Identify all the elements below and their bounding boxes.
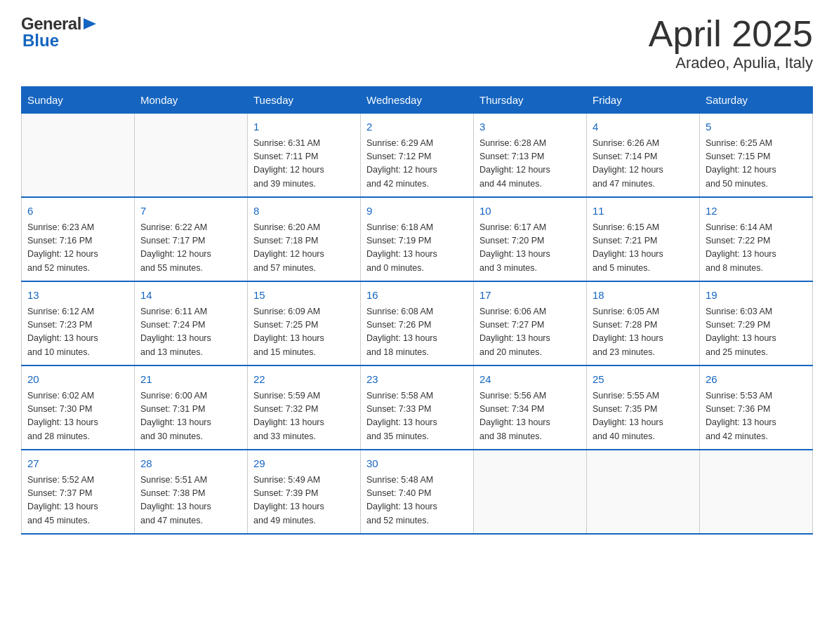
calendar-table: SundayMondayTuesdayWednesdayThursdayFrid… bbox=[21, 86, 813, 535]
calendar-day-cell bbox=[135, 114, 248, 198]
day-number: 23 bbox=[366, 372, 468, 388]
calendar-day-cell: 14Sunrise: 6:11 AM Sunset: 7:24 PM Dayli… bbox=[135, 281, 248, 365]
day-info: Sunrise: 6:15 AM Sunset: 7:21 PM Dayligh… bbox=[593, 221, 694, 276]
calendar-day-header: Sunday bbox=[22, 87, 135, 114]
day-info: Sunrise: 6:11 AM Sunset: 7:24 PM Dayligh… bbox=[140, 305, 241, 360]
calendar-header-row: SundayMondayTuesdayWednesdayThursdayFrid… bbox=[22, 87, 813, 114]
day-info: Sunrise: 6:26 AM Sunset: 7:14 PM Dayligh… bbox=[593, 137, 694, 192]
day-number: 5 bbox=[706, 119, 807, 135]
day-info: Sunrise: 6:28 AM Sunset: 7:13 PM Dayligh… bbox=[479, 137, 581, 192]
calendar-day-cell: 23Sunrise: 5:58 AM Sunset: 7:33 PM Dayli… bbox=[361, 365, 474, 450]
calendar-day-cell: 17Sunrise: 6:06 AM Sunset: 7:27 PM Dayli… bbox=[474, 281, 587, 365]
day-info: Sunrise: 6:22 AM Sunset: 7:17 PM Dayligh… bbox=[140, 221, 241, 276]
calendar-day-cell: 2Sunrise: 6:29 AM Sunset: 7:12 PM Daylig… bbox=[361, 114, 474, 198]
day-number: 30 bbox=[366, 456, 468, 472]
day-number: 18 bbox=[593, 288, 694, 304]
calendar-day-cell: 16Sunrise: 6:08 AM Sunset: 7:26 PM Dayli… bbox=[361, 281, 474, 365]
calendar-day-header: Monday bbox=[135, 87, 248, 114]
day-info: Sunrise: 6:03 AM Sunset: 7:29 PM Dayligh… bbox=[706, 305, 807, 360]
calendar-day-cell: 12Sunrise: 6:14 AM Sunset: 7:22 PM Dayli… bbox=[700, 197, 813, 281]
calendar-day-cell: 28Sunrise: 5:51 AM Sunset: 7:38 PM Dayli… bbox=[135, 450, 248, 534]
calendar-day-cell: 4Sunrise: 6:26 AM Sunset: 7:14 PM Daylig… bbox=[587, 114, 700, 198]
day-info: Sunrise: 5:55 AM Sunset: 7:35 PM Dayligh… bbox=[593, 389, 694, 444]
day-number: 15 bbox=[253, 288, 355, 304]
calendar-day-cell: 11Sunrise: 6:15 AM Sunset: 7:21 PM Dayli… bbox=[587, 197, 700, 281]
page-header: General Blue April 2025 Aradeo, Apulia, … bbox=[21, 14, 813, 72]
calendar-day-cell: 6Sunrise: 6:23 AM Sunset: 7:16 PM Daylig… bbox=[22, 197, 135, 281]
day-number: 6 bbox=[27, 203, 128, 220]
day-info: Sunrise: 6:29 AM Sunset: 7:12 PM Dayligh… bbox=[366, 137, 468, 192]
calendar-day-cell: 30Sunrise: 5:48 AM Sunset: 7:40 PM Dayli… bbox=[361, 450, 474, 534]
day-number: 24 bbox=[479, 372, 581, 388]
calendar-day-cell: 13Sunrise: 6:12 AM Sunset: 7:23 PM Dayli… bbox=[22, 281, 135, 365]
day-number: 27 bbox=[27, 456, 128, 472]
title-block: April 2025 Aradeo, Apulia, Italy bbox=[649, 14, 813, 72]
day-info: Sunrise: 5:56 AM Sunset: 7:34 PM Dayligh… bbox=[479, 389, 581, 444]
calendar-day-header: Wednesday bbox=[361, 87, 474, 114]
page-subtitle: Aradeo, Apulia, Italy bbox=[649, 54, 813, 72]
day-number: 10 bbox=[479, 203, 581, 220]
calendar-day-cell: 1Sunrise: 6:31 AM Sunset: 7:11 PM Daylig… bbox=[248, 114, 361, 198]
calendar-week-row: 6Sunrise: 6:23 AM Sunset: 7:16 PM Daylig… bbox=[22, 197, 813, 281]
day-info: Sunrise: 5:58 AM Sunset: 7:33 PM Dayligh… bbox=[366, 389, 468, 444]
logo: General Blue bbox=[21, 14, 96, 51]
day-number: 28 bbox=[140, 456, 241, 472]
calendar-week-row: 27Sunrise: 5:52 AM Sunset: 7:37 PM Dayli… bbox=[22, 450, 813, 534]
calendar-day-cell: 18Sunrise: 6:05 AM Sunset: 7:28 PM Dayli… bbox=[587, 281, 700, 365]
calendar-day-cell: 7Sunrise: 6:22 AM Sunset: 7:17 PM Daylig… bbox=[135, 197, 248, 281]
day-info: Sunrise: 6:05 AM Sunset: 7:28 PM Dayligh… bbox=[593, 305, 694, 360]
calendar-day-header: Friday bbox=[587, 87, 700, 114]
day-number: 22 bbox=[253, 372, 355, 388]
calendar-day-cell: 24Sunrise: 5:56 AM Sunset: 7:34 PM Dayli… bbox=[474, 365, 587, 450]
calendar-day-cell: 3Sunrise: 6:28 AM Sunset: 7:13 PM Daylig… bbox=[474, 114, 587, 198]
day-number: 12 bbox=[706, 203, 807, 220]
calendar-day-cell bbox=[700, 450, 813, 534]
day-info: Sunrise: 6:31 AM Sunset: 7:11 PM Dayligh… bbox=[253, 137, 355, 192]
calendar-day-cell: 8Sunrise: 6:20 AM Sunset: 7:18 PM Daylig… bbox=[248, 197, 361, 281]
day-info: Sunrise: 6:06 AM Sunset: 7:27 PM Dayligh… bbox=[479, 305, 581, 360]
day-number: 19 bbox=[706, 288, 807, 304]
day-number: 26 bbox=[706, 372, 807, 388]
calendar-week-row: 13Sunrise: 6:12 AM Sunset: 7:23 PM Dayli… bbox=[22, 281, 813, 365]
day-number: 4 bbox=[593, 119, 694, 135]
logo-blue-text: Blue bbox=[22, 31, 59, 51]
calendar-day-header: Tuesday bbox=[248, 87, 361, 114]
calendar-day-cell bbox=[22, 114, 135, 198]
day-number: 14 bbox=[140, 288, 241, 304]
calendar-day-cell bbox=[587, 450, 700, 534]
day-info: Sunrise: 5:49 AM Sunset: 7:39 PM Dayligh… bbox=[253, 474, 355, 528]
day-info: Sunrise: 6:00 AM Sunset: 7:31 PM Dayligh… bbox=[140, 389, 241, 444]
day-info: Sunrise: 5:48 AM Sunset: 7:40 PM Dayligh… bbox=[366, 474, 468, 528]
day-number: 7 bbox=[140, 203, 241, 220]
day-number: 17 bbox=[479, 288, 581, 304]
day-info: Sunrise: 5:51 AM Sunset: 7:38 PM Dayligh… bbox=[140, 474, 241, 528]
day-info: Sunrise: 6:09 AM Sunset: 7:25 PM Dayligh… bbox=[253, 305, 355, 360]
day-info: Sunrise: 5:59 AM Sunset: 7:32 PM Dayligh… bbox=[253, 389, 355, 444]
calendar-week-row: 20Sunrise: 6:02 AM Sunset: 7:30 PM Dayli… bbox=[22, 365, 813, 450]
day-info: Sunrise: 6:08 AM Sunset: 7:26 PM Dayligh… bbox=[366, 305, 468, 360]
day-number: 2 bbox=[366, 119, 468, 135]
calendar-day-cell: 5Sunrise: 6:25 AM Sunset: 7:15 PM Daylig… bbox=[700, 114, 813, 198]
day-info: Sunrise: 6:20 AM Sunset: 7:18 PM Dayligh… bbox=[253, 221, 355, 276]
calendar-day-cell: 21Sunrise: 6:00 AM Sunset: 7:31 PM Dayli… bbox=[135, 365, 248, 450]
calendar-day-cell: 25Sunrise: 5:55 AM Sunset: 7:35 PM Dayli… bbox=[587, 365, 700, 450]
calendar-day-cell: 10Sunrise: 6:17 AM Sunset: 7:20 PM Dayli… bbox=[474, 197, 587, 281]
day-info: Sunrise: 5:52 AM Sunset: 7:37 PM Dayligh… bbox=[27, 474, 128, 528]
day-number: 29 bbox=[253, 456, 355, 472]
day-info: Sunrise: 6:17 AM Sunset: 7:20 PM Dayligh… bbox=[479, 221, 581, 276]
day-info: Sunrise: 6:25 AM Sunset: 7:15 PM Dayligh… bbox=[706, 137, 807, 192]
day-number: 8 bbox=[253, 203, 355, 220]
day-info: Sunrise: 6:23 AM Sunset: 7:16 PM Dayligh… bbox=[27, 221, 128, 276]
calendar-day-header: Saturday bbox=[700, 87, 813, 114]
day-info: Sunrise: 6:14 AM Sunset: 7:22 PM Dayligh… bbox=[706, 221, 807, 276]
calendar-day-cell: 27Sunrise: 5:52 AM Sunset: 7:37 PM Dayli… bbox=[22, 450, 135, 534]
calendar-week-row: 1Sunrise: 6:31 AM Sunset: 7:11 PM Daylig… bbox=[22, 114, 813, 198]
day-number: 21 bbox=[140, 372, 241, 388]
calendar-day-cell: 29Sunrise: 5:49 AM Sunset: 7:39 PM Dayli… bbox=[248, 450, 361, 534]
day-number: 20 bbox=[27, 372, 128, 388]
day-number: 1 bbox=[253, 119, 355, 135]
svg-marker-0 bbox=[84, 18, 96, 29]
day-number: 9 bbox=[366, 203, 468, 220]
calendar-day-cell bbox=[474, 450, 587, 534]
day-info: Sunrise: 6:12 AM Sunset: 7:23 PM Dayligh… bbox=[27, 305, 128, 360]
